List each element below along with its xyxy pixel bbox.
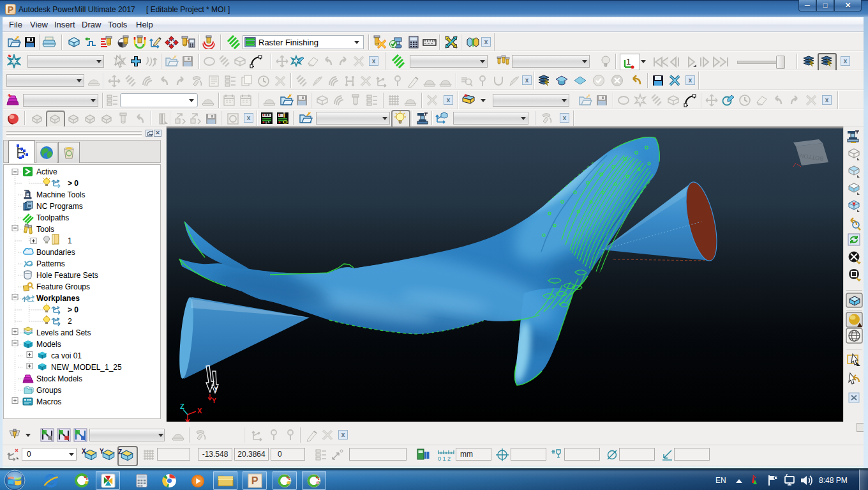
svg-text:Workplanes: Workplanes [36, 294, 80, 303]
svg-text:Hole Feature Sets: Hole Feature Sets [36, 271, 98, 280]
svg-text:0 1 2: 0 1 2 [438, 456, 451, 462]
svg-text:1: 1 [68, 236, 72, 245]
svg-text:NEW_MODEL_1_25: NEW_MODEL_1_25 [51, 363, 122, 372]
svg-text:2: 2 [68, 317, 72, 326]
svg-text:Toolpaths: Toolpaths [36, 213, 69, 222]
svg-text:Models: Models [36, 340, 61, 349]
svg-text:ca voi 01: ca voi 01 [51, 351, 82, 360]
svg-text:Y: Y [214, 386, 218, 393]
svg-text:Levels and Sets: Levels and Sets [36, 328, 91, 337]
svg-text:NC Programs: NC Programs [36, 202, 83, 211]
svg-text:> 0: > 0 [68, 179, 79, 188]
svg-text:Stock Models: Stock Models [36, 374, 82, 383]
svg-text:Machine Tools: Machine Tools [36, 190, 86, 199]
svg-text:Tools: Tools [36, 225, 54, 234]
svg-text:Y: Y [212, 397, 216, 404]
svg-text:Feature Groups: Feature Groups [36, 282, 90, 291]
svg-text:P: P [251, 475, 258, 486]
svg-text:Patterns: Patterns [36, 259, 65, 268]
svg-text:> 0: > 0 [68, 305, 79, 314]
svg-text:Active: Active [36, 167, 57, 176]
svg-text:Groups: Groups [36, 386, 61, 395]
svg-text:Boundaries: Boundaries [36, 248, 75, 257]
svg-text:Macros: Macros [36, 397, 61, 406]
svg-text:X: X [197, 407, 202, 415]
svg-text:Z: Z [180, 402, 184, 410]
